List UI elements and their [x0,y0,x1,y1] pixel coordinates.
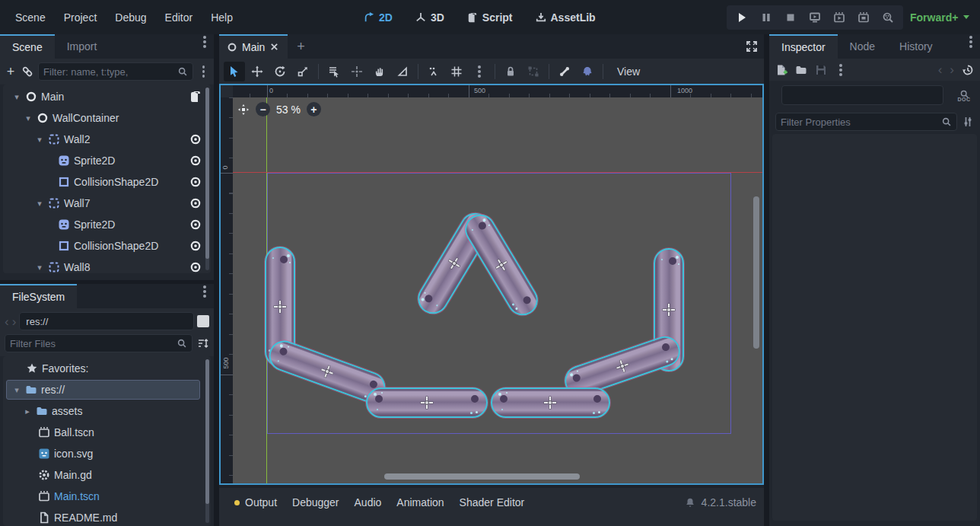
file-row-readme[interactable]: README.md [3,507,211,526]
file-filter-input[interactable] [10,338,177,349]
view-menu-button[interactable]: View [608,63,649,80]
tab-scene[interactable]: Scene [0,34,55,59]
movie-maker-button[interactable] [882,11,894,24]
property-tools-icon[interactable] [962,116,974,128]
zoom-in-button[interactable]: + [307,102,321,116]
scene-tree-scrollbar[interactable] [205,88,209,270]
visibility-eye-icon[interactable] [189,133,202,145]
pause-button[interactable] [760,11,772,24]
scene-tab-main[interactable]: Main [219,34,288,59]
grid-snap-button[interactable] [446,62,467,81]
override-camera-button[interactable] [577,62,598,81]
visibility-eye-icon[interactable] [189,176,202,188]
workspace-assetlib-button[interactable]: AssetLib [528,8,603,27]
file-row-main-tscn[interactable]: Main.tscn [3,486,211,507]
pan-mode-button[interactable] [369,62,390,81]
workspace-script-button[interactable]: Script [460,8,520,27]
filesystem-scrollbar[interactable] [205,359,209,523]
rotation-pivot-button[interactable] [346,62,368,81]
tree-row-sprite2d[interactable]: Sprite2D [3,214,211,235]
open-docs-button[interactable]: DOC [954,89,974,102]
play-current-scene-button[interactable] [833,11,845,24]
tree-row-collisionshape2d[interactable]: CollisionShape2D [3,171,211,193]
canvas-vertical-scrollbar[interactable] [753,196,759,349]
tab-node[interactable]: Node [838,34,887,59]
bottom-tab-audio[interactable]: Audio [347,492,390,513]
tab-history[interactable]: History [887,34,945,59]
toggle-split-mode-button[interactable] [197,315,209,327]
menu-scene[interactable]: Scene [6,7,55,28]
collapse-icon[interactable]: ▾ [12,385,21,395]
renderer-selector[interactable]: Forward+ [910,0,969,34]
show-selection-list-button[interactable] [323,62,345,81]
bottom-tab-animation[interactable]: Animation [389,492,451,513]
tree-row-sprite2d[interactable]: Sprite2D [3,150,211,171]
nav-forward-icon[interactable]: › [12,315,17,328]
file-row-ball-tscn[interactable]: Ball.tscn [3,422,211,443]
tree-row-main[interactable]: ▾ Main [3,86,211,107]
script-attached-icon[interactable] [189,91,202,103]
current-path-field[interactable]: res:// [19,312,194,330]
move-mode-button[interactable] [247,62,268,81]
scene-tree-options-icon[interactable] [202,70,205,73]
workspace-2d-button[interactable]: 2D [356,8,400,27]
lock-selected-button[interactable] [500,62,521,81]
save-resource-button[interactable] [815,64,827,76]
scene-dock-menu-icon[interactable] [203,40,206,43]
collapse-icon[interactable]: ▾ [24,113,33,123]
close-icon[interactable] [269,42,280,53]
expand-icon[interactable]: ▸ [23,406,32,416]
tab-inspector[interactable]: Inspector [769,34,838,59]
stop-button[interactable] [784,11,797,24]
visibility-eye-icon[interactable] [189,261,202,273]
menu-editor[interactable]: Editor [156,7,202,28]
zoom-out-button[interactable]: − [256,102,270,116]
tree-row-wall2[interactable]: ▾ Wall2 [3,129,211,150]
group-selected-button[interactable] [523,62,544,81]
wall-capsule[interactable] [491,387,610,418]
notification-bell-icon[interactable] [685,497,695,508]
history-forward-icon[interactable]: › [950,63,954,76]
history-back-icon[interactable]: ‹ [938,63,943,76]
new-scene-tab-button[interactable]: + [288,34,314,59]
menu-debug[interactable]: Debug [106,7,155,28]
play-custom-scene-button[interactable] [858,11,870,24]
filesystem-dock-menu-icon[interactable] [203,290,206,293]
center-view-icon[interactable] [237,104,250,116]
tab-import[interactable]: Import [55,34,110,59]
collapse-icon[interactable]: ▾ [12,92,21,102]
tree-row-wall7[interactable]: ▾ Wall7 [3,193,211,214]
scale-mode-button[interactable] [292,62,313,81]
menu-project[interactable]: Project [55,7,107,28]
visibility-eye-icon[interactable] [189,218,202,231]
menu-help[interactable]: Help [202,7,242,28]
file-row-favorites[interactable]: Favorites: [3,358,211,379]
file-row-icon-svg[interactable]: icon.svg [3,443,211,464]
scene-filter-input[interactable] [43,66,177,78]
workspace-3d-button[interactable]: 3D [408,8,452,27]
instance-scene-button[interactable] [21,65,33,78]
add-node-button[interactable]: + [5,64,17,80]
visibility-eye-icon[interactable] [189,197,202,209]
file-row-res-root[interactable]: ▾ res:// [3,379,211,400]
zoom-percent-label[interactable]: 53 % [276,104,301,116]
property-filter-input[interactable] [781,116,941,128]
file-sort-icon[interactable] [197,337,209,349]
canvas-viewport[interactable]: 0 500 1000 0 500 − 53 % + [219,84,764,485]
inspector-dock-menu-icon[interactable] [969,40,972,43]
bottom-tab-shader-editor[interactable]: Shader Editor [452,492,533,513]
smart-snap-button[interactable] [423,62,444,81]
load-resource-button[interactable] [795,64,807,76]
play-button[interactable] [736,11,748,24]
visibility-eye-icon[interactable] [189,155,202,167]
object-history-button[interactable] [962,64,974,76]
tree-row-wallcontainer[interactable]: ▾ WallContainer [3,107,211,129]
expand-viewport-icon[interactable] [746,40,758,53]
bottom-tab-output[interactable]: Output [227,492,285,513]
remote-debug-button[interactable] [809,11,821,24]
file-row-assets[interactable]: ▸ assets [3,400,211,422]
tree-row-wall8[interactable]: ▾ Wall8 [3,257,211,273]
snap-options-icon[interactable] [469,62,490,81]
file-row-main-gd[interactable]: Main.gd [3,464,211,486]
wall-capsule[interactable] [366,387,488,418]
